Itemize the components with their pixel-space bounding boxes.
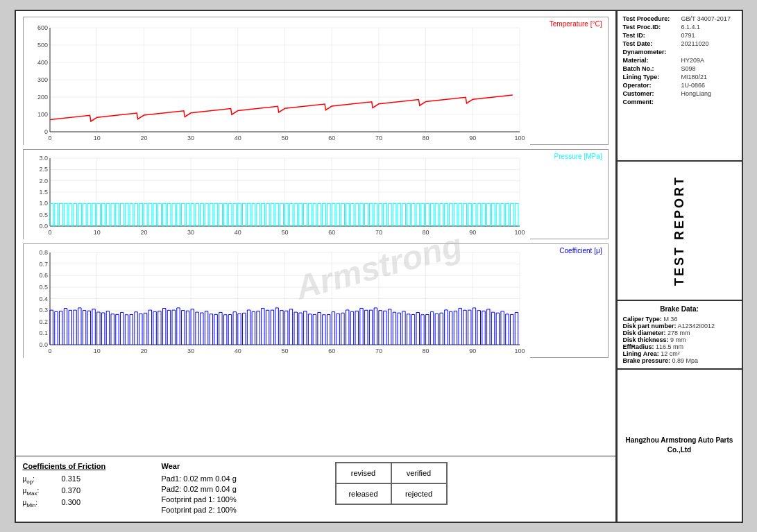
caliper-type-label: Caliper Type:	[623, 316, 662, 323]
footprint2-value: 100%	[217, 506, 237, 514]
test-date-row: Test Date: 20211020	[623, 40, 736, 47]
company-name: Hangzhou Armstrong Auto Parts Co.,Ltd	[622, 436, 738, 455]
batch-no-row: Batch No.: S098	[623, 65, 736, 72]
test-date-label: Test Date:	[623, 40, 679, 47]
wear-section: Wear Pad1: 0.02 mm 0.04 g Pad2: 0.02 mm …	[162, 462, 300, 516]
header-info-panel: Test Procedure: GB/T 34007-2017 Test Pro…	[618, 11, 742, 162]
batch-no-value: S098	[681, 65, 696, 72]
dynamometer-row: Dynamometer:	[623, 49, 736, 55]
test-id-label: Test ID:	[623, 32, 679, 39]
eff-radius-row: EffRadius: 116.5 mm	[623, 343, 736, 350]
pad2-value: 0.02 mm 0.04 g	[183, 485, 236, 493]
coefficients-title: Coefficients of Friction	[23, 462, 148, 470]
eff-radius-label: EffRadius:	[623, 343, 654, 350]
brake-data-panel: Brake Data: Caliper Type: M 36 Disk part…	[618, 301, 742, 370]
pressure-chart: Pressure [MPa]	[23, 149, 609, 239]
u-op-label: μop:	[23, 475, 58, 485]
pad1-value: 0.02 mm 0.04 g	[183, 474, 236, 483]
report-title-panel: TEST REPORT	[618, 162, 742, 301]
customer-row: Customer: HongLiang	[623, 90, 736, 97]
coefficient-chart: Coefficient [μ]	[23, 243, 609, 358]
test-procedure-label: Test Procedure:	[623, 15, 679, 22]
pad1-label: Pad1:	[162, 474, 184, 483]
pad2-label: Pad2:	[162, 485, 184, 493]
bottom-section: Coefficients of Friction μop: 0.315 μMax…	[16, 456, 615, 522]
u-max-row: μMax: 0.370	[23, 486, 148, 497]
coefficient-chart-title: Coefficient [μ]	[559, 247, 602, 255]
report-title: TEST REPORT	[672, 175, 687, 286]
status-revised: revised	[336, 463, 391, 483]
disk-diameter-value: 278 mm	[667, 329, 690, 336]
pad2-row: Pad2: 0.02 mm 0.04 g	[162, 485, 300, 493]
right-sidebar: Test Procedure: GB/T 34007-2017 Test Pro…	[617, 11, 742, 522]
operator-value: 1U-0866	[681, 82, 706, 89]
footprint1-label: Footprint pad 1:	[162, 495, 217, 504]
wear-title: Wear	[162, 462, 300, 470]
main-content: Temperature [°C] Pressure [MPa] Coeffici…	[16, 11, 617, 522]
brake-data-title: Brake Data:	[623, 305, 736, 313]
test-proc-id-row: Test Proc.ID: 6.1.4.1	[623, 24, 736, 31]
lining-area-value: 12 cm²	[661, 350, 680, 357]
report-page: Armstrong Temperature [°C] Pressure [MPa…	[15, 10, 743, 523]
comment-row: Comment:	[623, 98, 736, 105]
pad1-row: Pad1: 0.02 mm 0.04 g	[162, 474, 300, 483]
status-container: revised verified released rejected	[328, 462, 448, 505]
test-procedure-row: Test Procedure: GB/T 34007-2017	[623, 15, 736, 22]
status-verified: verified	[391, 463, 447, 483]
operator-label: Operator:	[623, 82, 679, 89]
material-label: Material:	[623, 57, 679, 64]
u-op-row: μop: 0.315	[23, 474, 148, 485]
test-procedure-value: GB/T 34007-2017	[681, 15, 731, 22]
disk-diameter-row: Disk diameter: 278 mm	[623, 329, 736, 336]
material-row: Material: HY209A	[623, 57, 736, 64]
coefficients-section: Coefficients of Friction μop: 0.315 μMax…	[23, 462, 148, 510]
brake-pressure-label: Brake pressure:	[623, 357, 671, 364]
pressure-canvas	[24, 150, 530, 240]
test-id-value: 0791	[681, 32, 695, 39]
operator-row: Operator: 1U-0866	[623, 82, 736, 89]
brake-pressure-row: Brake pressure: 0.89 Mpa	[623, 357, 736, 364]
company-panel: Hangzhou Armstrong Auto Parts Co.,Ltd	[618, 370, 742, 522]
customer-label: Customer:	[623, 90, 679, 97]
test-proc-id-label: Test Proc.ID:	[623, 24, 679, 31]
comment-label: Comment:	[623, 98, 679, 105]
u-min-value: 0.300	[62, 498, 81, 506]
disk-part-value: A12342I0012	[678, 323, 715, 329]
temperature-chart: Temperature [°C]	[23, 17, 609, 145]
status-grid: revised verified released rejected	[335, 462, 448, 505]
eff-radius-value: 116.5 mm	[656, 343, 683, 350]
temperature-chart-title: Temperature [°C]	[550, 20, 602, 28]
disk-thickness-value: 9 mm	[670, 336, 686, 343]
lining-type-value: MI180/21	[681, 74, 708, 80]
footprint1-row: Footprint pad 1: 100%	[162, 495, 300, 504]
lining-area-row: Lining Area: 12 cm²	[623, 350, 736, 357]
lining-area-label: Lining Area:	[623, 350, 659, 357]
brake-pressure-value: 0.89 Mpa	[672, 357, 699, 364]
batch-no-label: Batch No.:	[623, 65, 679, 72]
temperature-canvas	[24, 17, 530, 146]
caliper-type-row: Caliper Type: M 36	[623, 316, 736, 323]
test-date-value: 20211020	[681, 40, 709, 47]
lining-type-row: Lining Type: MI180/21	[623, 74, 736, 80]
footprint2-label: Footprint pad 2:	[162, 506, 217, 514]
test-id-row: Test ID: 0791	[623, 32, 736, 39]
u-min-row: μMin: 0.300	[23, 498, 148, 508]
pressure-chart-title: Pressure [MPa]	[554, 153, 602, 160]
coefficient-canvas	[24, 244, 530, 359]
disk-thickness-row: Disk thickness: 9 mm	[623, 336, 736, 343]
u-max-value: 0.370	[62, 486, 81, 495]
disk-diameter-label: Disk diameter:	[623, 329, 666, 336]
footprint1-value: 100%	[217, 495, 237, 504]
material-value: HY209A	[681, 57, 705, 64]
u-min-label: μMin:	[23, 499, 58, 508]
status-released: released	[336, 483, 391, 504]
disk-thickness-label: Disk thickness:	[623, 336, 669, 343]
lining-type-label: Lining Type:	[623, 74, 679, 80]
dynamometer-label: Dynamometer:	[623, 49, 679, 55]
u-max-label: μMax:	[23, 487, 58, 497]
disk-part-row: Disk part number: A12342I0012	[623, 323, 736, 329]
test-proc-id-value: 6.1.4.1	[681, 24, 701, 31]
u-op-value: 0.315	[62, 474, 81, 483]
footprint2-row: Footprint pad 2: 100%	[162, 506, 300, 514]
status-rejected: rejected	[391, 483, 447, 504]
